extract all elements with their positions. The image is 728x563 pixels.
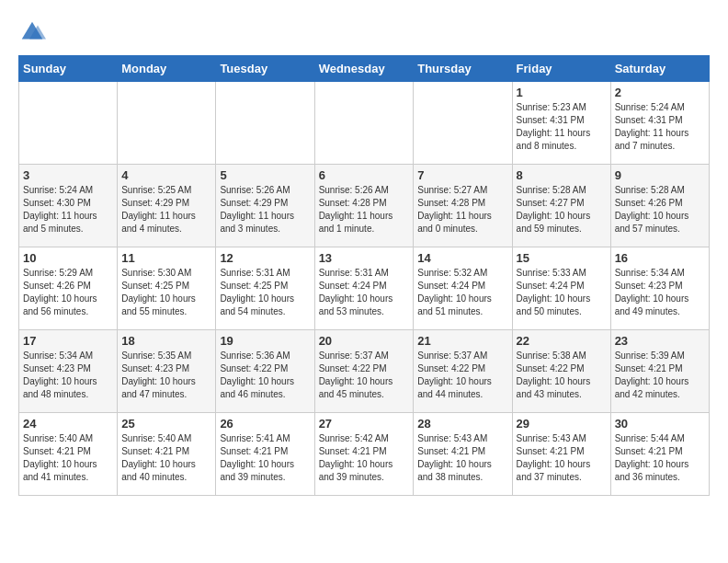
day-number: 5	[220, 168, 310, 182]
calendar-cell: 16Sunrise: 5:34 AMSunset: 4:23 PMDayligh…	[610, 247, 709, 330]
day-info: Sunrise: 5:29 AMSunset: 4:26 PMDaylight:…	[23, 267, 113, 318]
day-info: Sunrise: 5:24 AMSunset: 4:31 PMDaylight:…	[615, 101, 705, 153]
day-number: 12	[220, 251, 310, 265]
day-number: 29	[517, 417, 607, 431]
day-info: Sunrise: 5:40 AMSunset: 4:21 PMDaylight:…	[23, 432, 113, 484]
calendar-cell: 18Sunrise: 5:35 AMSunset: 4:23 PMDayligh…	[118, 330, 216, 413]
day-info: Sunrise: 5:30 AMSunset: 4:25 PMDaylight:…	[121, 267, 211, 318]
day-info: Sunrise: 5:43 AMSunset: 4:21 PMDaylight:…	[517, 432, 607, 484]
day-header-wednesday: Wednesday	[314, 56, 414, 82]
calendar-week-row: 17Sunrise: 5:34 AMSunset: 4:23 PMDayligh…	[19, 330, 710, 413]
calendar-table: SundayMondayTuesdayWednesdayThursdayFrid…	[18, 55, 710, 496]
day-info: Sunrise: 5:37 AMSunset: 4:22 PMDaylight:…	[319, 350, 410, 401]
calendar-cell: 26Sunrise: 5:41 AMSunset: 4:21 PMDayligh…	[216, 413, 314, 496]
calendar-cell: 29Sunrise: 5:43 AMSunset: 4:21 PMDayligh…	[512, 413, 610, 496]
calendar-cell: 22Sunrise: 5:38 AMSunset: 4:22 PMDayligh…	[512, 330, 610, 413]
day-info: Sunrise: 5:40 AMSunset: 4:21 PMDaylight:…	[121, 432, 211, 484]
day-number: 21	[417, 334, 507, 348]
day-info: Sunrise: 5:33 AMSunset: 4:24 PMDaylight:…	[517, 267, 607, 318]
calendar-cell: 7Sunrise: 5:27 AMSunset: 4:28 PMDaylight…	[414, 165, 512, 247]
calendar-week-row: 24Sunrise: 5:40 AMSunset: 4:21 PMDayligh…	[19, 413, 710, 496]
day-info: Sunrise: 5:41 AMSunset: 4:21 PMDaylight:…	[220, 432, 310, 484]
day-header-thursday: Thursday	[414, 56, 512, 82]
calendar-cell: 12Sunrise: 5:31 AMSunset: 4:25 PMDayligh…	[216, 247, 314, 330]
day-header-friday: Friday	[512, 56, 610, 82]
day-info: Sunrise: 5:27 AMSunset: 4:28 PMDaylight:…	[417, 184, 507, 236]
day-info: Sunrise: 5:36 AMSunset: 4:22 PMDaylight:…	[220, 350, 310, 401]
calendar-cell: 19Sunrise: 5:36 AMSunset: 4:22 PMDayligh…	[216, 330, 314, 413]
day-info: Sunrise: 5:39 AMSunset: 4:21 PMDaylight:…	[615, 350, 705, 401]
day-info: Sunrise: 5:26 AMSunset: 4:29 PMDaylight:…	[220, 184, 310, 236]
calendar-cell	[19, 82, 118, 165]
calendar-cell	[414, 82, 512, 165]
day-number: 24	[23, 417, 113, 431]
calendar-cell: 14Sunrise: 5:32 AMSunset: 4:24 PMDayligh…	[414, 247, 512, 330]
calendar-cell	[216, 82, 314, 165]
day-info: Sunrise: 5:35 AMSunset: 4:23 PMDaylight:…	[121, 350, 211, 401]
page-header	[18, 18, 710, 46]
day-info: Sunrise: 5:28 AMSunset: 4:26 PMDaylight:…	[615, 184, 705, 236]
day-number: 25	[121, 417, 211, 431]
calendar-cell: 1Sunrise: 5:23 AMSunset: 4:31 PMDaylight…	[512, 82, 610, 165]
day-number: 27	[319, 417, 410, 431]
day-info: Sunrise: 5:38 AMSunset: 4:22 PMDaylight:…	[517, 350, 607, 401]
calendar-cell: 5Sunrise: 5:26 AMSunset: 4:29 PMDaylight…	[216, 165, 314, 247]
day-number: 19	[220, 334, 310, 348]
day-number: 17	[23, 334, 113, 348]
calendar-week-row: 10Sunrise: 5:29 AMSunset: 4:26 PMDayligh…	[19, 247, 710, 330]
calendar-cell: 11Sunrise: 5:30 AMSunset: 4:25 PMDayligh…	[118, 247, 216, 330]
calendar-cell	[314, 82, 414, 165]
day-number: 23	[615, 334, 705, 348]
day-number: 14	[417, 251, 507, 265]
day-number: 26	[220, 417, 310, 431]
day-info: Sunrise: 5:31 AMSunset: 4:24 PMDaylight:…	[319, 267, 410, 318]
calendar-cell: 9Sunrise: 5:28 AMSunset: 4:26 PMDaylight…	[610, 165, 709, 247]
day-header-sunday: Sunday	[19, 56, 118, 82]
day-info: Sunrise: 5:28 AMSunset: 4:27 PMDaylight:…	[517, 184, 607, 236]
day-number: 3	[23, 168, 113, 182]
calendar-cell: 28Sunrise: 5:43 AMSunset: 4:21 PMDayligh…	[414, 413, 512, 496]
day-info: Sunrise: 5:31 AMSunset: 4:25 PMDaylight:…	[220, 267, 310, 318]
day-number: 4	[121, 168, 211, 182]
day-info: Sunrise: 5:23 AMSunset: 4:31 PMDaylight:…	[517, 101, 607, 153]
day-info: Sunrise: 5:44 AMSunset: 4:21 PMDaylight:…	[615, 432, 705, 484]
calendar-cell: 23Sunrise: 5:39 AMSunset: 4:21 PMDayligh…	[610, 330, 709, 413]
calendar-cell: 2Sunrise: 5:24 AMSunset: 4:31 PMDaylight…	[610, 82, 709, 165]
day-number: 8	[517, 168, 607, 182]
calendar-cell: 17Sunrise: 5:34 AMSunset: 4:23 PMDayligh…	[19, 330, 118, 413]
calendar-cell: 8Sunrise: 5:28 AMSunset: 4:27 PMDaylight…	[512, 165, 610, 247]
day-number: 28	[417, 417, 507, 431]
day-info: Sunrise: 5:34 AMSunset: 4:23 PMDaylight:…	[615, 267, 705, 318]
day-number: 2	[615, 86, 705, 99]
day-info: Sunrise: 5:24 AMSunset: 4:30 PMDaylight:…	[23, 184, 113, 236]
day-number: 6	[319, 168, 410, 182]
day-info: Sunrise: 5:26 AMSunset: 4:28 PMDaylight:…	[319, 184, 410, 236]
calendar-cell: 4Sunrise: 5:25 AMSunset: 4:29 PMDaylight…	[118, 165, 216, 247]
calendar-week-row: 3Sunrise: 5:24 AMSunset: 4:30 PMDaylight…	[19, 165, 710, 247]
logo-icon	[18, 18, 46, 46]
calendar-cell: 20Sunrise: 5:37 AMSunset: 4:22 PMDayligh…	[314, 330, 414, 413]
calendar-cell: 24Sunrise: 5:40 AMSunset: 4:21 PMDayligh…	[19, 413, 118, 496]
day-info: Sunrise: 5:25 AMSunset: 4:29 PMDaylight:…	[121, 184, 211, 236]
calendar-week-row: 1Sunrise: 5:23 AMSunset: 4:31 PMDaylight…	[19, 82, 710, 165]
day-header-tuesday: Tuesday	[216, 56, 314, 82]
day-number: 20	[319, 334, 410, 348]
day-header-saturday: Saturday	[610, 56, 709, 82]
calendar-cell: 10Sunrise: 5:29 AMSunset: 4:26 PMDayligh…	[19, 247, 118, 330]
day-info: Sunrise: 5:42 AMSunset: 4:21 PMDaylight:…	[319, 432, 410, 484]
day-number: 11	[121, 251, 211, 265]
day-header-monday: Monday	[118, 56, 216, 82]
day-number: 22	[517, 334, 607, 348]
day-info: Sunrise: 5:43 AMSunset: 4:21 PMDaylight:…	[417, 432, 507, 484]
day-number: 1	[517, 86, 607, 99]
logo	[18, 18, 50, 46]
day-number: 18	[121, 334, 211, 348]
day-info: Sunrise: 5:34 AMSunset: 4:23 PMDaylight:…	[23, 350, 113, 401]
calendar-cell: 27Sunrise: 5:42 AMSunset: 4:21 PMDayligh…	[314, 413, 414, 496]
day-number: 15	[517, 251, 607, 265]
calendar-header-row: SundayMondayTuesdayWednesdayThursdayFrid…	[19, 56, 710, 82]
day-number: 13	[319, 251, 410, 265]
calendar-cell: 15Sunrise: 5:33 AMSunset: 4:24 PMDayligh…	[512, 247, 610, 330]
day-info: Sunrise: 5:37 AMSunset: 4:22 PMDaylight:…	[417, 350, 507, 401]
day-number: 10	[23, 251, 113, 265]
